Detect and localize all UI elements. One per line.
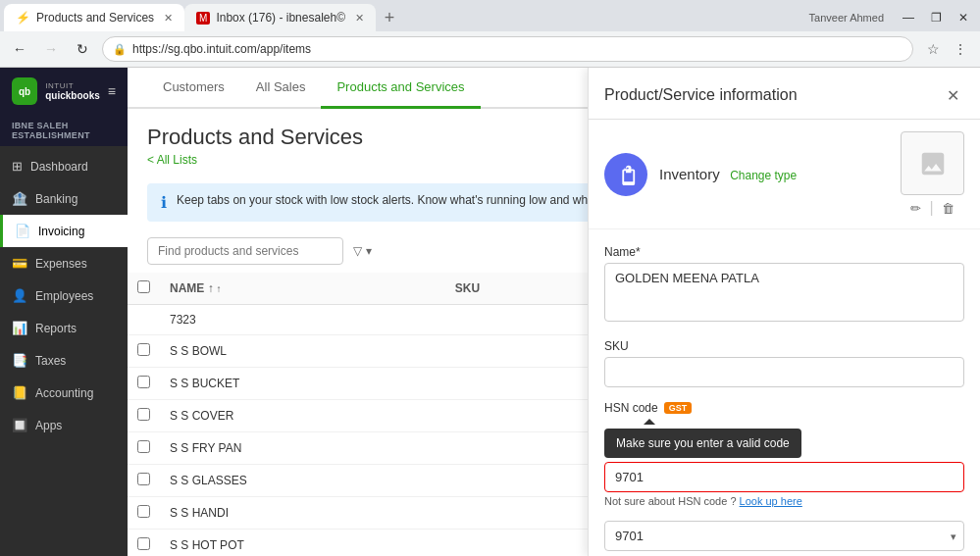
sidebar-item-dashboard[interactable]: ⊞ Dashboard bbox=[0, 150, 128, 182]
url-bar[interactable]: 🔒 https://sg.qbo.intuit.com/app/items bbox=[102, 36, 913, 62]
search-input[interactable] bbox=[147, 237, 343, 265]
panel-title: Product/Service information bbox=[604, 86, 798, 104]
row-checkbox[interactable] bbox=[137, 473, 150, 485]
sidebar-label-accounting: Accounting bbox=[35, 386, 93, 400]
reload-btn[interactable]: ↻ bbox=[71, 37, 94, 61]
row-checkbox[interactable] bbox=[137, 505, 150, 518]
row-checkbox[interactable] bbox=[137, 537, 150, 550]
hsn-lookup-link[interactable]: Look up here bbox=[740, 495, 802, 507]
row-checkbox[interactable] bbox=[137, 343, 150, 356]
tab-products-services[interactable]: Products and Services bbox=[321, 68, 480, 109]
more-btn[interactable]: ⋮ bbox=[949, 37, 972, 61]
panel-close-btn[interactable]: ✕ bbox=[941, 83, 964, 107]
row-checkbox-cell[interactable] bbox=[128, 465, 160, 497]
row-checkbox[interactable] bbox=[137, 440, 150, 453]
minimize-btn[interactable]: — bbox=[896, 5, 921, 30]
row-checkbox-cell[interactable] bbox=[128, 335, 160, 368]
accounting-icon: 📒 bbox=[12, 385, 27, 400]
sidebar-item-apps[interactable]: 🔲 Apps bbox=[0, 409, 128, 441]
row-sku bbox=[445, 497, 588, 530]
gst-badge: GST bbox=[664, 402, 693, 414]
row-name: S S FRY PAN bbox=[160, 432, 445, 465]
category-select[interactable]: 9701 bbox=[604, 521, 964, 551]
row-sku bbox=[445, 400, 588, 432]
alert-text: Keep tabs on your stock with low stock a… bbox=[177, 193, 605, 207]
new-tab-btn[interactable]: + bbox=[376, 4, 403, 31]
expenses-icon: 💳 bbox=[12, 256, 27, 271]
right-panel: Product/Service information ✕ Inventory … bbox=[588, 68, 980, 556]
sidebar-label-expenses: Expenses bbox=[35, 257, 87, 271]
row-checkbox[interactable] bbox=[137, 408, 150, 421]
sidebar-label-invoicing: Invoicing bbox=[38, 225, 84, 238]
row-name: S S BUCKET bbox=[160, 368, 445, 400]
edit-image-btn[interactable]: ✏ bbox=[910, 201, 921, 216]
star-btn[interactable]: ☆ bbox=[921, 37, 945, 61]
row-checkbox[interactable] bbox=[137, 376, 150, 388]
app-container: qb intuit quickbooks ≡ IBNE SALEH ESTABL… bbox=[0, 68, 980, 556]
sidebar-label-apps: Apps bbox=[35, 419, 62, 432]
image-placeholder[interactable] bbox=[901, 131, 964, 195]
sidebar-label-reports: Reports bbox=[35, 322, 77, 335]
secure-icon: 🔒 bbox=[113, 43, 127, 56]
dashboard-icon: ⊞ bbox=[12, 159, 23, 174]
tab-products[interactable]: ⚡ Products and Services ✕ bbox=[4, 4, 184, 31]
tab-bar: ⚡ Products and Services ✕ M Inbox (176) … bbox=[0, 0, 980, 31]
row-checkbox-cell[interactable] bbox=[128, 368, 160, 400]
tab-label: Products and Services bbox=[36, 11, 154, 25]
sidebar-item-taxes[interactable]: 📑 Taxes bbox=[0, 344, 128, 377]
sku-label: SKU bbox=[604, 339, 964, 353]
qb-logo: qb bbox=[12, 77, 37, 105]
select-all-checkbox[interactable] bbox=[137, 280, 150, 293]
sku-field-group: SKU bbox=[604, 339, 964, 387]
tab-inbox-close[interactable]: ✕ bbox=[355, 12, 364, 25]
browser-chrome: ⚡ Products and Services ✕ M Inbox (176) … bbox=[0, 0, 980, 68]
row-sku bbox=[445, 368, 588, 400]
row-sku bbox=[445, 465, 588, 497]
sidebar-item-accounting[interactable]: 📒 Accounting bbox=[0, 377, 128, 409]
tab-icon: ⚡ bbox=[16, 11, 30, 25]
th-sku: SKU bbox=[445, 273, 588, 305]
sidebar-item-invoicing[interactable]: 📄 Invoicing bbox=[0, 215, 128, 247]
change-type-link[interactable]: Change type bbox=[730, 169, 797, 182]
invoicing-icon: 📄 bbox=[15, 224, 30, 238]
row-name: S S BOWL bbox=[160, 335, 445, 368]
img-divider: | bbox=[929, 199, 933, 217]
forward-btn[interactable]: → bbox=[39, 37, 63, 61]
filter-icon: ▽ bbox=[353, 244, 362, 258]
restore-btn[interactable]: ❐ bbox=[923, 5, 949, 30]
user-name: Tanveer Ahmed bbox=[809, 12, 884, 24]
sidebar-item-employees[interactable]: 👤 Employees bbox=[0, 279, 128, 312]
sku-input[interactable] bbox=[604, 357, 964, 387]
tab-close-btn[interactable]: ✕ bbox=[164, 12, 173, 25]
hsn-input[interactable] bbox=[604, 462, 964, 492]
row-checkbox-cell[interactable] bbox=[128, 400, 160, 432]
back-btn[interactable]: ← bbox=[8, 37, 31, 61]
window-controls: — ❐ ✕ bbox=[896, 5, 976, 30]
sidebar-item-banking[interactable]: 🏦 Banking bbox=[0, 182, 128, 215]
hsn-label-row: HSN code GST bbox=[604, 401, 964, 415]
sidebar-item-expenses[interactable]: 💳 Expenses bbox=[0, 247, 128, 279]
panel-body: Name* GOLDEN MEENA PATLA SKU HSN code GS… bbox=[589, 229, 980, 556]
apps-icon: 🔲 bbox=[12, 418, 27, 432]
hsn-label: HSN code bbox=[604, 401, 658, 415]
th-name[interactable]: NAME ↑ bbox=[160, 273, 445, 305]
delete-image-btn[interactable]: 🗑 bbox=[942, 201, 954, 216]
tab-inbox[interactable]: M Inbox (176) - ibnesaleh© ✕ bbox=[184, 4, 376, 31]
row-checkbox-cell bbox=[128, 305, 160, 335]
tab-customers[interactable]: Customers bbox=[147, 68, 240, 109]
row-checkbox-cell[interactable] bbox=[128, 530, 160, 557]
sidebar-header: qb intuit quickbooks ≡ bbox=[0, 68, 128, 115]
sidebar-item-reports[interactable]: 📊 Reports bbox=[0, 312, 128, 344]
row-sku bbox=[445, 530, 588, 557]
close-btn[interactable]: ✕ bbox=[951, 5, 976, 30]
row-checkbox-cell[interactable] bbox=[128, 497, 160, 530]
menu-icon[interactable]: ≡ bbox=[108, 83, 116, 99]
filter-btn[interactable]: ▽ ▾ bbox=[353, 244, 372, 258]
company-name: IBNE SALEH ESTABLISHMENT bbox=[0, 115, 128, 146]
hsn-hint: Not sure about HSN code ? Look up here bbox=[604, 495, 964, 507]
row-checkbox-cell[interactable] bbox=[128, 432, 160, 465]
breadcrumb-link[interactable]: < All Lists bbox=[147, 153, 197, 167]
tab-inbox-label: Inbox (176) - ibnesaleh© bbox=[216, 11, 345, 25]
tab-all-sales[interactable]: All Sales bbox=[240, 68, 322, 109]
name-input[interactable]: GOLDEN MEENA PATLA bbox=[604, 263, 964, 322]
